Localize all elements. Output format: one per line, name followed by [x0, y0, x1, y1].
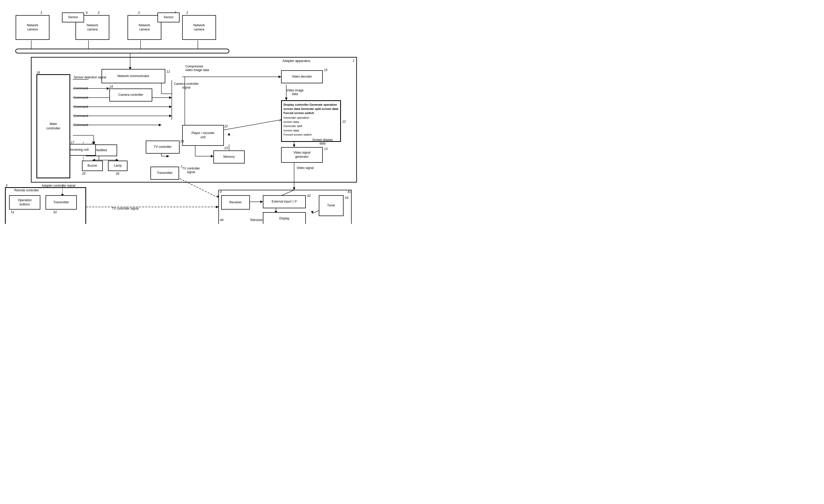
operation-buttons: Operationbuttons — [9, 195, 40, 210]
video-signal-label: Video signal — [297, 166, 314, 170]
compressed-video-label: Compressedvideo image data — [185, 65, 227, 72]
number-1: 1 — [353, 59, 354, 63]
number-44: 44 — [220, 218, 223, 222]
sensor-detection-label: Sensor detection signal — [74, 76, 106, 79]
number-26: 26 — [116, 172, 119, 176]
number-52: 52 — [54, 210, 57, 214]
number-24: 24 — [92, 140, 95, 144]
svg-marker-59 — [260, 200, 263, 203]
video-decoder: Video decoder — [281, 70, 323, 83]
network-camera-1: Networkcamera — [16, 15, 49, 40]
svg-marker-49 — [159, 124, 162, 126]
command-4-label: Command — [74, 114, 88, 118]
buzzer: Buzzer — [82, 161, 103, 171]
number-28: 28 — [180, 139, 184, 143]
tv-controller-signal-2-label: TV controller signal — [112, 207, 139, 210]
svg-marker-34 — [217, 196, 219, 198]
number-3d: 3 — [186, 11, 188, 15]
number-22: 22 — [224, 124, 228, 128]
number-51: 51 — [11, 210, 14, 214]
svg-marker-43 — [169, 96, 172, 99]
lamp: Lamp — [108, 161, 127, 171]
player-recorder: Player / recorderunit — [182, 125, 224, 146]
command-2-label: Command — [74, 96, 88, 99]
tuner: Tuner — [319, 195, 343, 216]
network-camera-4: Networkcamera — [182, 15, 216, 40]
svg-marker-47 — [169, 114, 172, 117]
svg-marker-29 — [228, 133, 230, 135]
svg-marker-41 — [107, 87, 109, 90]
transmitter-remote: Transmitter — [45, 195, 77, 210]
tv-controller-signal-1-label: TV controllersignal — [182, 167, 200, 174]
svg-marker-36 — [216, 206, 219, 208]
video-signal-generator: Video signalgenerator — [281, 147, 323, 163]
svg-marker-22 — [293, 144, 295, 147]
svg-marker-15 — [285, 98, 288, 100]
video-image-data-label: Video imagedata — [286, 89, 304, 96]
svg-marker-11 — [279, 76, 281, 78]
number-25: 25 — [82, 172, 85, 176]
camera-controller-signal-label: Camera controllersignal — [174, 82, 199, 89]
number-42: 42 — [307, 194, 310, 198]
display-controller: Display controller Generate operation sc… — [281, 100, 341, 142]
adapter-apparatus-label: Adapter apparatus — [282, 59, 310, 63]
number-43: 43 — [345, 196, 348, 200]
number-3a: 3 — [40, 11, 42, 15]
svg-marker-20 — [279, 119, 281, 122]
transmitter-box: Transmitter — [150, 167, 179, 180]
svg-marker-27 — [211, 155, 213, 158]
network-camera-3: Networkcamera — [127, 15, 162, 40]
command-3-label: Command — [74, 105, 88, 109]
command-1-label: Command — [74, 86, 88, 90]
network-communicator: Network communicator — [102, 69, 165, 83]
number-6a: 6 — [86, 11, 88, 15]
number-3c: 3 — [138, 11, 140, 15]
number-5: 5 — [6, 184, 8, 187]
number-23: 23 — [224, 146, 228, 150]
camera-controller: Camera controller — [109, 89, 152, 102]
svg-marker-32 — [167, 155, 169, 158]
number-4: 4 — [220, 190, 222, 194]
main-controller: Maincontroller — [36, 74, 70, 178]
remote-controller-label: Remote controller — [14, 189, 39, 192]
receiver: Receiver — [221, 195, 250, 210]
number-12: 12 — [342, 120, 346, 123]
memory: Memory — [213, 150, 245, 164]
sensor-1: Sensor — [62, 12, 84, 22]
number-15: 15 — [324, 68, 327, 72]
number-17: 17 — [71, 140, 74, 144]
number-3b: 3 — [98, 11, 99, 15]
svg-marker-57 — [311, 211, 314, 213]
tv-controller: TV controller — [146, 140, 180, 154]
number-14: 14 — [109, 85, 113, 89]
external-input: External input I / F — [263, 195, 306, 208]
svg-rect-0 — [16, 49, 229, 53]
number-13: 13 — [324, 147, 327, 151]
svg-marker-45 — [169, 105, 172, 108]
sensor-2: Sensor — [158, 12, 180, 22]
diagram-container: 3 6 3 3 6 3 Networkcamera Networkcamera … — [0, 0, 365, 224]
number-11: 11 — [167, 70, 170, 74]
number-18: 18 — [36, 71, 40, 75]
svg-marker-24 — [293, 187, 295, 190]
adapter-controller-label: Adapter controller signal — [42, 184, 75, 187]
command-5-label: Command — [74, 123, 88, 127]
screen-display-label: Screen displaydata — [312, 138, 333, 145]
display-box: Display — [263, 212, 306, 224]
number-41: 41 — [347, 190, 351, 194]
number-7: 7 — [180, 165, 182, 169]
